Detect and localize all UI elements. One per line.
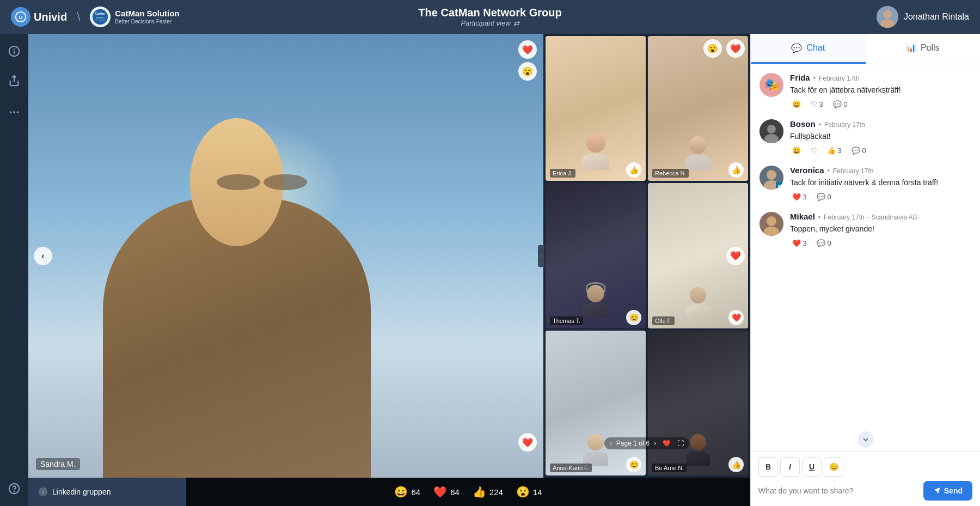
msg-text-mikael: Toppen, mycket givande! (790, 223, 971, 235)
main-speaker-bg (28, 34, 543, 478)
bold-button[interactable]: B (758, 457, 778, 477)
underline-button[interactable]: U (802, 457, 822, 477)
page-reaction[interactable]: ❤️ (663, 440, 671, 447)
sidebar-share-icon[interactable] (5, 72, 23, 89)
grid-heart-mid-button[interactable]: ❤️ (726, 247, 745, 265)
svg-point-7 (883, 10, 892, 19)
svg-point-11 (14, 49, 15, 50)
msg-text-boson: Fullspäckat! (790, 131, 971, 142)
catman-logo: CatMan Solution NETWORK CatMan Solution … (90, 7, 179, 27)
msg-header-boson: Boson • February 17th (790, 119, 971, 129)
univid-logo: U Univid (11, 7, 67, 27)
chat-input-area: B I U 😊 Send (751, 451, 980, 506)
stage-heart-button[interactable]: ❤️ (518, 40, 537, 59)
chat-icon: 💬 (791, 43, 802, 53)
emoji-button[interactable]: 😊 (824, 457, 843, 477)
header-logo: U Univid \ CatMan Solution NETWORK CatMa… (11, 7, 180, 27)
reactions-bar: 😀 64 ❤️ 64 👍 224 😮 14 (186, 485, 750, 498)
thumb-name-thomas: Thomas T. (550, 316, 583, 325)
reaction-heart-mikael[interactable]: ❤️ 3 (790, 238, 809, 248)
message-boson: Boson • February 17th Fullspäckat! 😀 ♡ 👍… (759, 119, 971, 156)
scroll-down-button[interactable] (857, 431, 874, 448)
send-button[interactable]: Send (923, 481, 972, 501)
univid-circle: U (11, 7, 30, 27)
reaction-heart-veronica[interactable]: ❤️ 3 (790, 192, 809, 202)
fullscreen-btn[interactable]: ⛶ (677, 440, 684, 447)
chat-messages: 🎭 Frida • February 17th Tack för en jätt… (751, 64, 980, 428)
msg-reactions-frida: 😀 ♡ 3 💬 0 (790, 99, 971, 109)
thumb-name-olle: Olle F. (652, 316, 675, 325)
video-thumb-annakarin: Anna-Karin F. 😊 (546, 331, 646, 475)
grid-wow-button[interactable]: 😮 (703, 39, 722, 58)
collapse-handle[interactable]: ‹ (538, 245, 544, 267)
main-speaker-video: ❤️ 😮 ❤️ Sandra M. ‹ (28, 34, 543, 478)
msg-header-frida: Frida • February 17th (790, 73, 971, 82)
msg-header-veronica: Veronica • February 17th (790, 166, 971, 175)
header-user[interactable]: Jonathan Rintala (877, 6, 969, 28)
video-thumb-boarne: Bo Arne N. 👍 (648, 331, 748, 475)
video-grid: ‹ ❤️ 😮 Erica J. 👍 (543, 34, 750, 478)
msg-reactions-mikael: ❤️ 3 💬 0 (790, 238, 971, 248)
reaction-smile-boson[interactable]: 😀 (790, 145, 803, 156)
boarne-reaction[interactable]: 👍 (728, 457, 744, 472)
reaction-comment-btn[interactable]: 💬 0 (831, 99, 850, 109)
video-area: ❤️ 😮 ❤️ Sandra M. ‹ ‹ ❤️ 😮 (28, 34, 750, 506)
video-thumb-erica: Erica J. 👍 (546, 36, 646, 181)
page-prev[interactable]: ‹ (610, 440, 612, 447)
prev-speaker-button[interactable]: ‹ (34, 247, 52, 265)
tab-polls[interactable]: 📊 Polls (866, 34, 981, 64)
grid-heart-top-button[interactable]: ❤️ (726, 39, 745, 58)
reaction-comment-veronica[interactable]: 💬 0 (814, 192, 834, 202)
reaction-smile-btn[interactable]: 😀 (790, 99, 803, 109)
reaction-comment-boson[interactable]: 💬 0 (849, 145, 868, 156)
main-area: ❤️ 😮 ❤️ Sandra M. ‹ ‹ ❤️ 😮 (0, 34, 980, 506)
italic-button[interactable]: I (780, 457, 800, 477)
left-sidebar (0, 34, 28, 506)
sidebar-more-icon[interactable] (5, 103, 23, 121)
header-center: The CatMan Network Group Participant vie… (418, 7, 561, 27)
chat-input[interactable] (758, 483, 919, 498)
reaction-comment-mikael[interactable]: 💬 0 (814, 238, 834, 248)
content-boson: Boson • February 17th Fullspäckat! 😀 ♡ 👍… (790, 119, 971, 156)
annakarin-reaction[interactable]: 😊 (626, 457, 641, 472)
stage-wow-button[interactable]: 😮 (518, 62, 537, 81)
reaction-thumbsup[interactable]: 👍 224 (473, 485, 503, 498)
olle-reaction[interactable]: ❤️ (728, 310, 744, 325)
send-icon (933, 487, 941, 495)
tab-chat[interactable]: 💬 Chat (751, 34, 866, 64)
header: U Univid \ CatMan Solution NETWORK CatMa… (0, 0, 980, 34)
avatar-frida: 🎭 (759, 73, 783, 97)
reaction-wow[interactable]: 😮 14 (516, 485, 542, 498)
content-mikael: Mikael • February 17th · Scandinavia AB … (790, 212, 971, 248)
msg-header-mikael: Mikael • February 17th · Scandinavia AB … (790, 212, 971, 221)
page-next[interactable]: › (654, 440, 656, 447)
chat-panel: 💬 Chat 📊 Polls 🎭 Frida • February 17th (750, 34, 980, 506)
message-frida: 🎭 Frida • February 17th Tack för en jätt… (759, 73, 971, 109)
polls-icon: 📊 (906, 43, 916, 53)
user-avatar (877, 6, 898, 28)
msg-text-veronica: Tack för initiativ nätverk & denna först… (790, 177, 971, 188)
stage-heart2-button[interactable]: ❤️ (518, 433, 537, 452)
svg-point-14 (13, 111, 15, 113)
sidebar-info-icon[interactable] (5, 42, 23, 60)
chat-tabs: 💬 Chat 📊 Polls (751, 34, 980, 64)
page-indicator: ‹ Page 1 of 6 › ❤️ ⛶ (604, 437, 689, 449)
video-row-1: Erica J. 👍 (546, 36, 748, 181)
video-row-3: Anna-Karin F. 😊 Bo Arne N. 👍 (546, 331, 748, 475)
event-subtitle: Participant view ⇄ (418, 19, 561, 27)
video-stage: ❤️ 😮 ❤️ Sandra M. ‹ ‹ ❤️ 😮 (28, 34, 750, 478)
svg-text:Solution: Solution (96, 16, 105, 19)
thomas-reaction[interactable]: 😊 (626, 310, 641, 325)
reaction-thumb-boson[interactable]: 👍 3 (825, 145, 844, 156)
avatar-veronica: in (759, 166, 783, 190)
content-frida: Frida • February 17th Tack för en jätteb… (790, 73, 971, 109)
sidebar-help-icon[interactable] (5, 480, 23, 497)
reaction-heart-boson[interactable]: ♡ (808, 145, 819, 156)
scroll-indicator (751, 428, 980, 451)
reaction-heart[interactable]: ❤️ 64 (433, 485, 460, 498)
bottom-bar: i Linkedin gruppen 😀 64 ❤️ 64 👍 224 (28, 478, 750, 506)
linkedin-button[interactable]: i Linkedin gruppen (28, 478, 186, 506)
avatar-boson (759, 119, 783, 143)
reaction-heart-btn[interactable]: ♡ 3 (808, 99, 825, 109)
reaction-smile[interactable]: 😀 64 (394, 485, 420, 498)
